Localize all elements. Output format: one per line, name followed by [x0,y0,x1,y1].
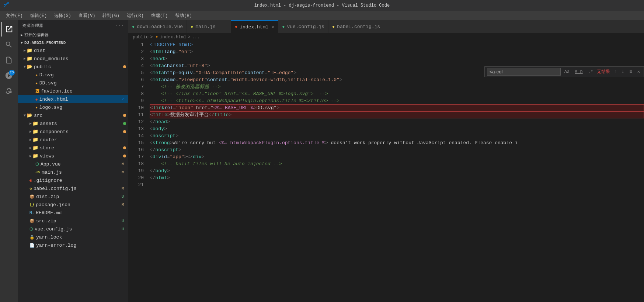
tree-item-.gitignore[interactable]: ⊛.gitignore [18,176,128,184]
tree-item-store[interactable]: ▶📁store [18,144,128,152]
breadcrumb-index-html[interactable]: index.html [160,35,186,40]
tab-main.js[interactable]: ●main.js [187,20,231,33]
file-label: router [40,137,128,143]
tree-item-components[interactable]: ▶📁components [18,128,128,136]
line-number: 7 [134,83,144,90]
find-prev-button[interactable]: ↑ [612,69,618,75]
tree-item-node_modules[interactable]: ▶📁node_modules [18,55,128,63]
find-widget: Aa A̲b .* 无结果 ↑ ↓ ≡ ✕ [484,66,644,77]
tree-item-views[interactable]: ▶📁views [18,152,128,160]
tab-babel.config.js[interactable]: ●babel.config.js [328,20,384,33]
tab-icon: ● [191,24,193,29]
code-line [150,181,644,188]
chevron-icon: ▶ [29,146,32,150]
file-badge: U [120,219,125,223]
extensions-activity-icon[interactable] [1,84,16,98]
folder-icon: 📁 [32,129,38,135]
menu-help[interactable]: 帮助(H) [172,12,195,20]
editor-area: ●downloadFile.vue●main.js●index.html✕●vu… [128,20,644,302]
tree-item-dist.zip[interactable]: 📦dist.zipU [18,192,128,201]
tree-item-public[interactable]: ▼📂public [18,63,128,71]
tree-item-src[interactable]: ▼📂src [18,111,128,119]
tree-item-babel.config.js[interactable]: ⚙babel.config.jsM [18,184,128,192]
folder-icon: 📁 [32,145,38,151]
find-close-button[interactable]: ✕ [636,68,641,75]
menu-run[interactable]: 运行(R) [124,12,147,20]
project-section[interactable]: ▼ DJ-AEGIS-FRONTEND [18,39,128,46]
find-whole-word-button[interactable]: A̲b [573,68,584,75]
find-next-button[interactable]: ↓ [620,69,626,75]
code-content: 123456789101112131415161718192021 <!DOCT… [128,41,644,302]
tree-item-assets[interactable]: ▶📁assets [18,119,128,128]
git-activity-icon[interactable] [1,53,16,67]
debug-activity-icon[interactable]: 23 [1,68,16,83]
file-label: components [40,129,123,135]
tree-item-yarn-error.log[interactable]: 📄yarn-error.log [18,241,128,249]
status-dot [123,155,126,157]
open-editors-section[interactable]: ▶ 打开的编辑器 [18,31,128,39]
line-number: 16 [134,146,144,153]
code-line: <div id="app"></div> [150,153,644,160]
line-number: 15 [134,139,144,146]
menu-goto[interactable]: 转到(G) [100,12,122,20]
code-line: </head> [150,118,644,125]
tab-index.html[interactable]: ●index.html✕ [231,20,278,33]
tab-bar: ●downloadFile.vue●main.js●index.html✕●vu… [128,20,644,33]
breadcrumb-public[interactable]: public [133,35,149,40]
tree-item-dist[interactable]: ▶📁dist [18,46,128,55]
file-label: babel.config.js [34,186,120,191]
explorer-activity-icon[interactable] [1,22,16,37]
file-icon-log: 📄 [29,243,35,248]
code-line: <link rel="icon" href="<%= BASE_URL %>DD… [150,104,644,111]
tab-vue.config.js[interactable]: ●vue.config.js [278,20,328,33]
code-editor[interactable]: 123456789101112131415161718192021 <!DOCT… [128,41,644,302]
file-icon-ico: 🖼 [35,89,39,94]
find-split-button[interactable]: ≡ [628,69,634,75]
file-label: store [40,145,123,151]
menu-terminal[interactable]: 终端(T) [148,12,171,20]
file-icon-vue: ⬡ [35,162,39,167]
tab-close-button[interactable]: ✕ [272,25,274,29]
tree-item-logo.svg[interactable]: ✦logo.svg [18,103,128,111]
tree-item-App.vue[interactable]: ⬡App.vueM [18,160,128,168]
find-match-case-button[interactable]: Aa [563,69,571,75]
tree-item-favicon.ico[interactable]: 🖼favicon.ico [18,87,128,95]
menu-file[interactable]: 文件(F) [3,12,26,20]
tree-item-router[interactable]: ▶📁router [18,136,128,144]
menu-view[interactable]: 查看(V) [76,12,98,20]
file-icon-svg: ✦ [35,81,38,86]
file-icon-lock: 🔒 [29,235,35,240]
search-activity-icon[interactable] [1,37,16,52]
file-icon-babel: ⚙ [29,186,32,191]
file-badge: M [120,162,125,166]
tree-item-package.json[interactable]: {}package.jsonM [18,201,128,209]
find-regex-button[interactable]: .* [586,69,595,75]
line-number: 9 [134,97,144,104]
tree-item-DD.svg[interactable]: ✦DD.svg [18,79,128,87]
tree-item-yarn.lock[interactable]: 🔒yarn.lock [18,233,128,241]
tab-label: index.html [240,24,268,30]
tree-item-src.zip[interactable]: 📦src.zipU [18,217,128,225]
sidebar-more-button[interactable]: ··· [115,22,124,28]
file-icon-svg: ✦ [35,105,38,110]
status-dot [123,65,126,68]
line-number: 5 [134,69,144,76]
tree-item-main.js[interactable]: JSmain.jsM [18,168,128,176]
code-line: </noscript> [150,146,644,153]
find-input[interactable] [487,68,561,76]
tree-item-D.svg[interactable]: ✦D.svg [18,71,128,79]
menu-select[interactable]: 选择(S) [51,12,74,20]
menu-edit[interactable]: 编辑(E) [27,12,50,20]
tree-item-vue.config.js[interactable]: ⬡vue.config.jsU [18,225,128,233]
tab-downloadFile.vue[interactable]: ●downloadFile.vue [128,20,187,33]
file-label: yarn-error.log [36,243,128,248]
chevron-right-icon: ▶ [21,33,23,37]
tree-item-index.html[interactable]: ◈index.html2 [18,95,128,103]
tab-icon: ● [132,24,135,29]
tree-item-README.md[interactable]: M↓README.md [18,209,128,217]
file-icon-md: M↓ [29,211,34,215]
status-dot [123,146,126,149]
file-badge: U [120,195,125,199]
breadcrumb-more[interactable]: ... [192,35,200,40]
file-icon-svg: ✦ [35,73,38,77]
